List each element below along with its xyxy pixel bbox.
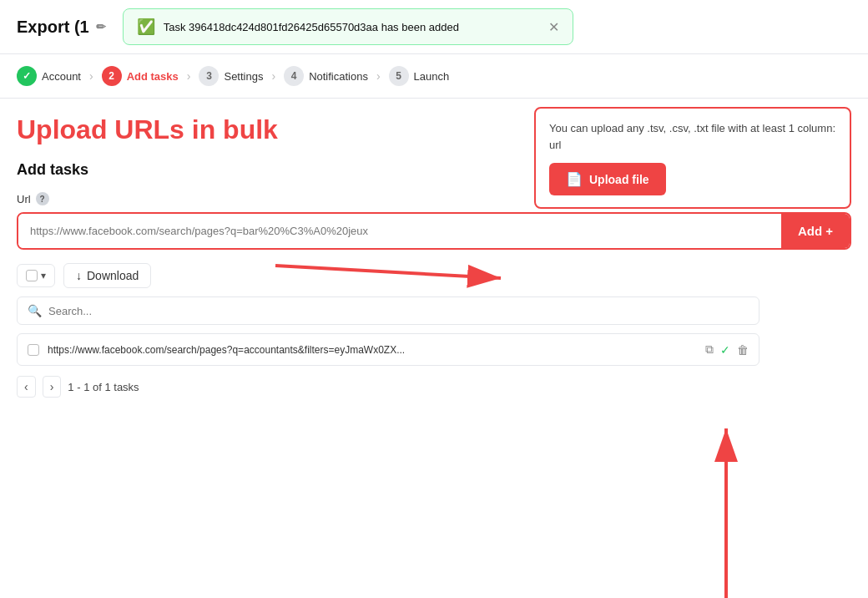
upload-hint-text: You can upload any .tsv, .csv, .txt file… [549, 120, 836, 153]
toast-notification: ✅ Task 396418dc424d801fd26425d65570d3aa … [123, 8, 573, 45]
prev-page-button[interactable]: ‹ [17, 376, 36, 398]
step-label-add-tasks: Add tasks [127, 70, 179, 83]
upload-hint-box: You can upload any .tsv, .csv, .txt file… [534, 107, 851, 209]
step-add-tasks[interactable]: 2 Add tasks [102, 66, 179, 86]
download-button-label: Download [87, 269, 139, 282]
step-settings[interactable]: 3 Settings [199, 66, 263, 86]
search-input[interactable] [48, 305, 749, 317]
step-label-account: Account [42, 70, 81, 83]
edit-icon[interactable]: ✏ [96, 20, 106, 33]
step-notifications[interactable]: 4 Notifications [284, 66, 368, 86]
chevron-icon-1: › [89, 69, 93, 83]
step-launch[interactable]: 5 Launch [389, 66, 450, 86]
list-item-actions: ⧉ ✓ 🗑 [705, 342, 749, 357]
list-item-checkbox[interactable] [28, 344, 39, 356]
list-item-url: https://www.facebook.com/search/pages?q=… [48, 344, 697, 356]
add-button[interactable]: Add + [781, 214, 850, 248]
help-icon[interactable]: ? [36, 192, 49, 205]
step-label-settings: Settings [224, 70, 263, 83]
toast-close-button[interactable]: ✕ [548, 19, 559, 35]
next-page-button[interactable]: › [43, 376, 62, 398]
download-icon: ↓ [76, 269, 82, 282]
select-all-checkbox[interactable] [26, 270, 38, 281]
header: Export (1 ✏ ✅ Task 396418dc424d801fd2642… [0, 0, 868, 54]
toast-check-icon: ✅ [137, 18, 155, 36]
chevron-icon-2: › [187, 69, 191, 83]
toast-message: Task 396418dc424d801fd26425d65570d3aa ha… [164, 21, 540, 33]
upload-button-label: Upload file [589, 173, 649, 186]
search-icon: 🔍 [28, 304, 42, 317]
step-circle-launch: 5 [389, 66, 409, 86]
select-chevron-icon[interactable]: ▾ [41, 270, 46, 281]
confirm-icon[interactable]: ✓ [720, 343, 730, 357]
stepper: ✓ Account › 2 Add tasks › 3 Settings › 4… [0, 54, 868, 99]
title-text: Export (1 [17, 18, 89, 37]
upload-file-button[interactable]: 📄 Upload file [549, 163, 666, 195]
list-item: https://www.facebook.com/search/pages?q=… [17, 333, 760, 366]
chevron-icon-3: › [271, 69, 275, 83]
chevron-icon-4: › [376, 69, 381, 83]
step-label-launch: Launch [414, 70, 450, 83]
page-info: 1 - 1 of 1 tasks [68, 381, 139, 393]
step-label-notifications: Notifications [309, 70, 368, 83]
toolbar: ▾ ↓ Download [17, 263, 851, 288]
select-all-area[interactable]: ▾ [17, 264, 55, 287]
step-circle-add-tasks: 2 [102, 66, 122, 86]
url-input[interactable] [18, 214, 781, 248]
page-title: Export (1 ✏ [17, 18, 106, 37]
download-button[interactable]: ↓ Download [63, 263, 151, 288]
search-row: 🔍 [17, 296, 760, 325]
main-content: You can upload any .tsv, .csv, .txt file… [0, 99, 868, 414]
url-label-text: Url [17, 193, 31, 205]
step-circle-account: ✓ [17, 66, 37, 86]
upload-icon: 📄 [566, 171, 583, 187]
delete-icon[interactable]: 🗑 [737, 343, 749, 357]
step-circle-settings: 3 [199, 66, 219, 86]
pagination: ‹ › 1 - 1 of 1 tasks [17, 376, 851, 398]
step-circle-notifications: 4 [284, 66, 304, 86]
step-account[interactable]: ✓ Account [17, 66, 81, 86]
url-input-row: Add + [17, 212, 851, 250]
copy-icon[interactable]: ⧉ [705, 342, 714, 357]
